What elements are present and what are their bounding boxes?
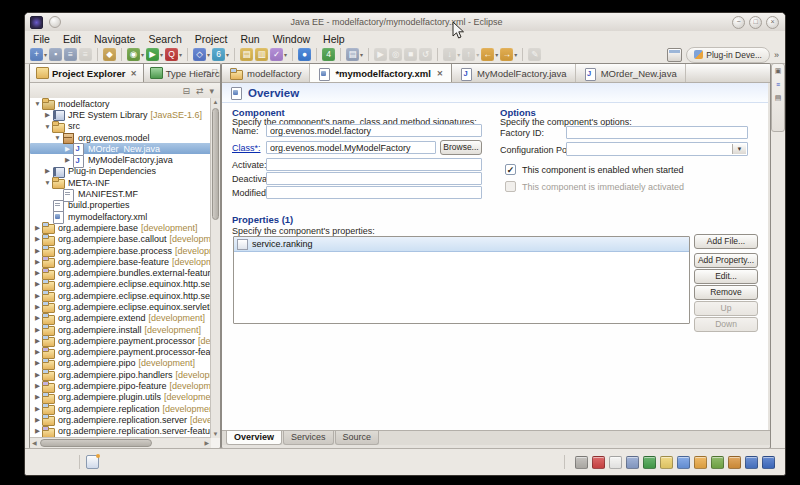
activate-input[interactable] [266, 158, 482, 171]
menu-window[interactable]: Window [273, 33, 310, 45]
external-tools-button[interactable]: Q▾ [165, 48, 182, 61]
dropdown-arrow-icon[interactable]: ▾ [284, 51, 287, 58]
chevron-down-icon[interactable]: ▼ [732, 144, 746, 154]
web-browser-button[interactable]: ● [298, 48, 311, 61]
new-plugin-button[interactable]: ◇▾ [193, 48, 210, 61]
run-button[interactable]: ▶▾ [146, 48, 163, 61]
twistie-icon[interactable]: ▶ [33, 348, 42, 356]
maximize-button[interactable]: □ [749, 16, 762, 29]
add-file-button[interactable]: Add File... [694, 234, 758, 249]
twistie-icon[interactable]: ▶ [33, 303, 42, 311]
scroll-left-icon[interactable]: ◀ [32, 438, 37, 448]
tray-eclipse-icon[interactable] [575, 456, 588, 469]
twistie-icon[interactable]: ▶ [33, 269, 42, 277]
properties-list[interactable]: service.ranking [233, 236, 690, 324]
tray-updown-icon[interactable] [762, 456, 775, 469]
tray-sync-icon[interactable] [745, 456, 758, 469]
twistie-icon[interactable]: ▶ [33, 258, 42, 266]
title-bar[interactable]: Java EE - modelfactory/mymodelfactory.xm… [25, 13, 785, 32]
save-button[interactable]: ▪ [49, 48, 62, 61]
form-tab-overview[interactable]: Overview [226, 431, 282, 445]
dropdown-arrow-icon[interactable]: ▾ [141, 51, 144, 58]
open-resource-button[interactable]: ▤ [240, 48, 253, 61]
quick-access-button[interactable]: ✓▾ [270, 48, 287, 61]
tree-item[interactable]: ▶org.adempiere.eclipse.equinox.http.serv… [30, 279, 211, 290]
configuration-policy-select[interactable]: ▼ [566, 142, 748, 156]
tree-item[interactable]: ▶Plug-in Dependencies [30, 166, 211, 177]
tree-item[interactable]: ▶org.adempiere.replication[development] [30, 403, 211, 414]
modified-input[interactable] [266, 186, 482, 199]
form-tab-source[interactable]: Source [335, 431, 380, 445]
menu-project[interactable]: Project [195, 33, 228, 45]
twistie-icon[interactable]: ▶ [33, 427, 42, 435]
dropdown-arrow-icon[interactable]: ▾ [160, 51, 163, 58]
property-row[interactable]: service.ranking [234, 237, 689, 252]
editor-tab--mymodelfactory-xml[interactable]: *mymodelfactory.xml✕ [310, 64, 452, 82]
tree-item[interactable]: ▼org.evenos.model [30, 132, 211, 143]
tree-item[interactable]: ▶org.adempiere.payment.processor[develop… [30, 335, 211, 346]
twistie-icon[interactable]: ▶ [43, 111, 52, 119]
tree-item[interactable]: ▶org.adempiere.base.process[development] [30, 245, 211, 256]
tray-window-icon[interactable] [609, 456, 622, 469]
checkbox-enabled-when-started[interactable]: ✓ [505, 164, 516, 175]
twistie-icon[interactable]: ▶ [33, 405, 42, 413]
twistie-icon[interactable]: ▶ [43, 167, 52, 175]
twistie-icon[interactable]: ▶ [33, 337, 42, 345]
window-menu-icon[interactable] [49, 16, 61, 28]
dropdown-arrow-icon[interactable]: ▾ [44, 51, 47, 58]
menu-edit[interactable]: Edit [63, 33, 81, 45]
perspective-overflow-chevron[interactable]: » [774, 50, 779, 60]
templates-icon[interactable]: ▤ [775, 94, 782, 102]
tray-key-icon[interactable] [694, 456, 707, 469]
tree-item[interactable]: ▶org.adempiere.eclipse.equinox.servletbr… [30, 301, 211, 312]
scroll-up-icon[interactable]: ▲ [211, 99, 220, 105]
twistie-icon[interactable]: ▶ [63, 156, 72, 164]
twistie-icon[interactable]: ▶ [33, 224, 42, 232]
collapse-all-icon[interactable]: ⊟ [182, 86, 190, 96]
horizontal-scrollbar[interactable]: ◀ ▶ [30, 437, 211, 448]
dropdown-arrow-icon[interactable]: ▾ [207, 51, 210, 58]
dropdown-arrow-icon[interactable]: ▾ [495, 51, 498, 58]
twistie-icon[interactable]: ▶ [33, 235, 42, 243]
tree-item[interactable]: ▶org.adempiere.plugin.utils[development] [30, 392, 211, 403]
new-wizard-button[interactable]: +▾ [30, 48, 47, 61]
editor-tab-morder-new-java[interactable]: MOrder_New.java [576, 64, 686, 82]
edit-button[interactable]: Edit... [694, 269, 758, 284]
twistie-icon[interactable]: ▼ [43, 179, 52, 186]
tree-item[interactable]: ▶MyModelFactory.java [30, 154, 211, 165]
removebutton[interactable]: Remove [694, 285, 758, 300]
dropdown-arrow-icon[interactable]: ▾ [179, 51, 182, 58]
tree-item[interactable]: ▶org.adempiere.pipo-feature[development] [30, 380, 211, 391]
twistie-icon[interactable]: ▶ [33, 247, 42, 255]
tree-item[interactable]: ▶org.adempiere.payment.processor-feature… [30, 347, 211, 358]
deactivate-input[interactable] [266, 172, 482, 185]
twistie-icon[interactable]: ▶ [33, 314, 42, 322]
tray-redhat-icon[interactable] [592, 456, 605, 469]
editor-tab-modelfactory[interactable]: modelfactory [222, 64, 310, 82]
tree-item[interactable]: ▶JRE System Library[JavaSE-1.6] [30, 109, 211, 120]
dropdown-arrow-icon[interactable]: ▾ [514, 51, 517, 58]
tree-item[interactable]: MANIFEST.MF [30, 188, 211, 199]
tree-item[interactable]: ▼modelfactory [30, 98, 211, 109]
tree-item[interactable]: ▼src [30, 121, 211, 132]
open-perspective-icon[interactable] [667, 48, 682, 62]
twistie-icon[interactable]: ▼ [33, 100, 42, 107]
twistie-icon[interactable]: ▶ [33, 382, 42, 390]
close-button[interactable]: × [766, 16, 779, 29]
tree-item[interactable]: ▶org.adempiere.pipo[development] [30, 358, 211, 369]
twistie-icon[interactable]: ▶ [33, 280, 42, 288]
view-menu-icon[interactable]: ▾ [209, 86, 214, 96]
menu-file[interactable]: File [33, 33, 50, 45]
minimize-view-button[interactable]: ─ [203, 67, 209, 77]
vertical-scrollbar[interactable]: ▲ ▼ [210, 98, 220, 438]
tree-item[interactable]: ▶org.adempiere.replication.server[develo… [30, 414, 211, 425]
form-tab-services[interactable]: Services [283, 431, 334, 445]
outline-icon[interactable]: ≡ [776, 81, 780, 88]
tree-item[interactable]: ▶org.adempiere.bundles.external-feature[… [30, 267, 211, 278]
dropdown-arrow-icon[interactable]: ▾ [226, 51, 229, 58]
view-tab-project-explorer[interactable]: Project Explorer✕ [30, 64, 144, 82]
junit-button[interactable]: 4 [322, 48, 335, 61]
tree-item[interactable]: ▶org.adempiere.replication.server-featur… [30, 426, 211, 437]
tree-item[interactable]: ▼META-INF [30, 177, 211, 188]
tree-item[interactable]: ▶org.adempiere.extend[development] [30, 313, 211, 324]
